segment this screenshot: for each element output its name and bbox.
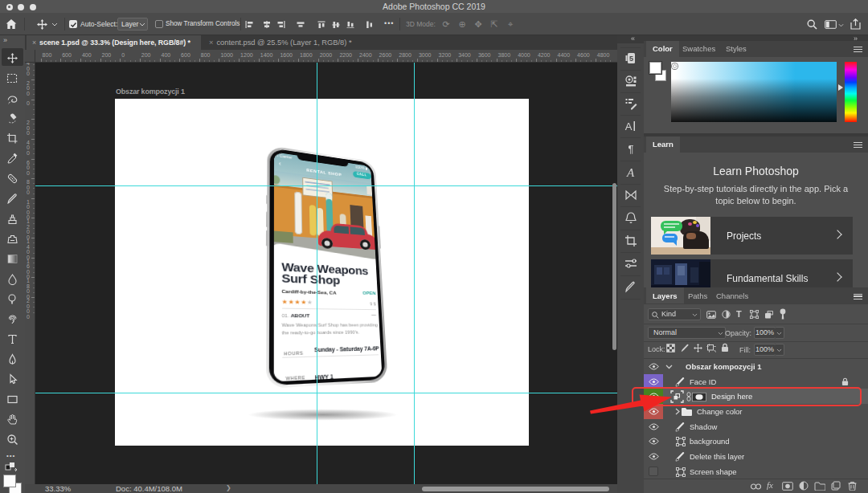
svg-text:A: A [624,120,632,132]
svg-text:5: 5 [628,55,633,63]
svg-text:¶: ¶ [628,143,633,155]
svg-text:A: A [626,166,635,179]
